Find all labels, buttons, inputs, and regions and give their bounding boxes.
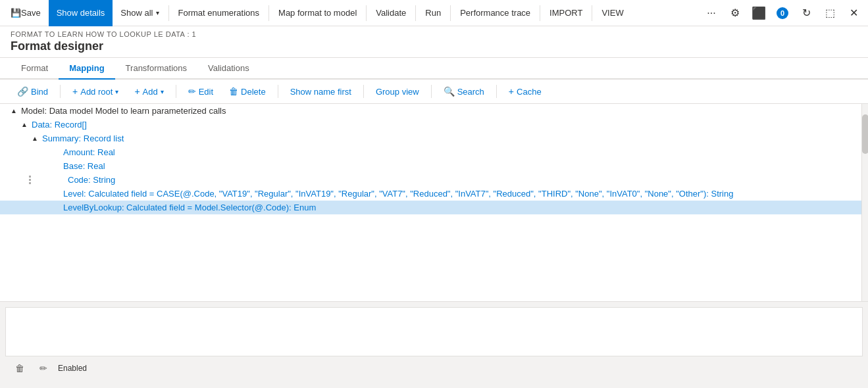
nav-separator-7	[592, 5, 592, 21]
show-all-button[interactable]: Show all ▾	[113, 0, 166, 26]
more-options-button[interactable]: ···	[700, 1, 723, 25]
show-all-caret-icon: ▾	[156, 9, 159, 16]
toolbar: 🔗 Bind + Add root ▾ + Add ▾ ✏ Edit 🗑 Del…	[0, 80, 868, 104]
add-root-button[interactable]: + Add root ▾	[66, 84, 125, 99]
tree-item-data-record[interactable]: ▲ Data: Record[]	[0, 118, 861, 132]
footer-edit-button[interactable]: ✏	[34, 359, 53, 377]
close-icon: ✕	[850, 7, 858, 19]
save-icon: 💾	[11, 8, 21, 18]
group-view-button[interactable]: Group view	[369, 84, 426, 99]
show-details-button[interactable]: Show details	[49, 0, 113, 26]
toolbar-divider-1	[60, 85, 61, 98]
import-button[interactable]: IMPORT	[542, 0, 590, 26]
close-button[interactable]: ✕	[842, 1, 865, 25]
tree-toggle-data[interactable]: ▲	[21, 121, 32, 128]
breadcrumb-bar: FORMAT TO LEARN HOW TO LOOKUP LE DATA : …	[0, 26, 868, 58]
enabled-status: Enabled	[58, 364, 87, 373]
nav-separator-4	[415, 5, 416, 21]
scrollbar-thumb[interactable]	[862, 114, 868, 154]
show-name-first-button[interactable]: Show name first	[284, 84, 358, 99]
content-area: ▲ Model: Data model Model to learn param…	[0, 104, 868, 380]
external-link-button[interactable]: ⬚	[818, 1, 842, 25]
nav-separator-3	[366, 5, 367, 21]
tree-item-level[interactable]: Level: Calculated field = CASE(@.Code, "…	[0, 187, 861, 201]
add-button[interactable]: + Add ▾	[128, 84, 170, 99]
bottom-inner	[5, 307, 863, 356]
tab-mapping[interactable]: Mapping	[59, 58, 115, 80]
add-caret-icon: ▾	[161, 88, 164, 95]
office-icon-button[interactable]: ⬛	[747, 1, 771, 25]
toolbar-divider-3	[278, 85, 278, 98]
tree-item-amount[interactable]: Amount: Real	[0, 145, 861, 159]
top-nav: 💾 Save Show details Show all ▾ Format en…	[0, 0, 868, 26]
tree-toggle-summary[interactable]: ▲	[32, 135, 42, 142]
nav-separator-2	[268, 5, 269, 21]
cache-plus-icon: +	[509, 86, 514, 97]
map-format-to-model-button[interactable]: Map format to model	[270, 0, 365, 26]
tree-toggle-model[interactable]: ▲	[11, 107, 21, 114]
search-button[interactable]: 🔍 Search	[437, 84, 491, 99]
nav-separator-6	[540, 5, 540, 21]
more-icon: ···	[707, 7, 715, 19]
tree-item-code[interactable]: Code: String	[0, 173, 861, 187]
bottom-panel: 🗑 ✏ Enabled	[0, 301, 868, 380]
tree-item-summary[interactable]: ▲ Summary: Record list	[0, 132, 861, 145]
toolbar-divider-4	[363, 85, 364, 98]
page-title: Format designer	[11, 39, 857, 53]
footer-delete-icon: 🗑	[15, 363, 24, 374]
toolbar-divider-2	[176, 85, 176, 98]
bottom-footer: 🗑 ✏ Enabled	[0, 356, 868, 380]
breadcrumb: FORMAT TO LEARN HOW TO LOOKUP LE DATA : …	[11, 30, 857, 38]
tab-transformations[interactable]: Transformations	[115, 58, 197, 80]
performance-trace-button[interactable]: Performance trace	[452, 0, 538, 26]
external-link-icon: ⬚	[825, 7, 835, 19]
add-icon: +	[134, 86, 140, 97]
tree-main[interactable]: ▲ Model: Data model Model to learn param…	[0, 104, 861, 301]
add-root-icon: +	[72, 86, 78, 97]
search-icon: 🔍	[444, 86, 455, 97]
notification-badge: 0	[777, 7, 788, 19]
tab-format[interactable]: Format	[11, 58, 59, 80]
drag-handle-icon[interactable]	[29, 176, 31, 184]
tree-item-levelbylookup[interactable]: LevelByLookup: Calculated field = Model.…	[0, 201, 861, 214]
toolbar-divider-5	[431, 85, 432, 98]
save-button[interactable]: 💾 Save	[3, 0, 49, 26]
settings-icon: ⚙	[730, 7, 740, 19]
run-button[interactable]: Run	[417, 0, 449, 26]
cache-button[interactable]: + Cache	[502, 84, 548, 99]
tree-scroll-area: ▲ Model: Data model Model to learn param…	[0, 104, 868, 301]
nav-separator-1	[168, 5, 169, 21]
scrollbar-track[interactable]	[861, 104, 868, 301]
edit-button[interactable]: ✏ Edit	[182, 84, 220, 99]
format-enumerations-button[interactable]: Format enumerations	[170, 0, 268, 26]
view-button[interactable]: VIEW	[594, 0, 631, 26]
tree-item-base[interactable]: Base: Real	[0, 159, 861, 173]
notifications-button[interactable]: 0	[771, 1, 794, 25]
delete-icon: 🗑	[229, 86, 238, 97]
bind-icon: 🔗	[17, 86, 28, 97]
refresh-icon: ↻	[802, 7, 811, 19]
edit-icon: ✏	[188, 86, 196, 97]
nav-separator-5	[450, 5, 451, 21]
delete-button[interactable]: 🗑 Delete	[222, 84, 272, 99]
bind-button[interactable]: 🔗 Bind	[11, 84, 55, 99]
refresh-button[interactable]: ↻	[794, 1, 818, 25]
tree-item-model-root[interactable]: ▲ Model: Data model Model to learn param…	[0, 104, 861, 118]
footer-edit-icon: ✏	[39, 363, 47, 374]
settings-button[interactable]: ⚙	[723, 1, 747, 25]
tab-validations[interactable]: Validations	[197, 58, 260, 80]
footer-delete-button[interactable]: 🗑	[11, 359, 29, 377]
office-icon: ⬛	[752, 6, 766, 20]
validate-button[interactable]: Validate	[368, 0, 414, 26]
tabs-bar: Format Mapping Transformations Validatio…	[0, 58, 868, 80]
toolbar-divider-6	[496, 85, 497, 98]
add-root-caret-icon: ▾	[115, 88, 118, 95]
